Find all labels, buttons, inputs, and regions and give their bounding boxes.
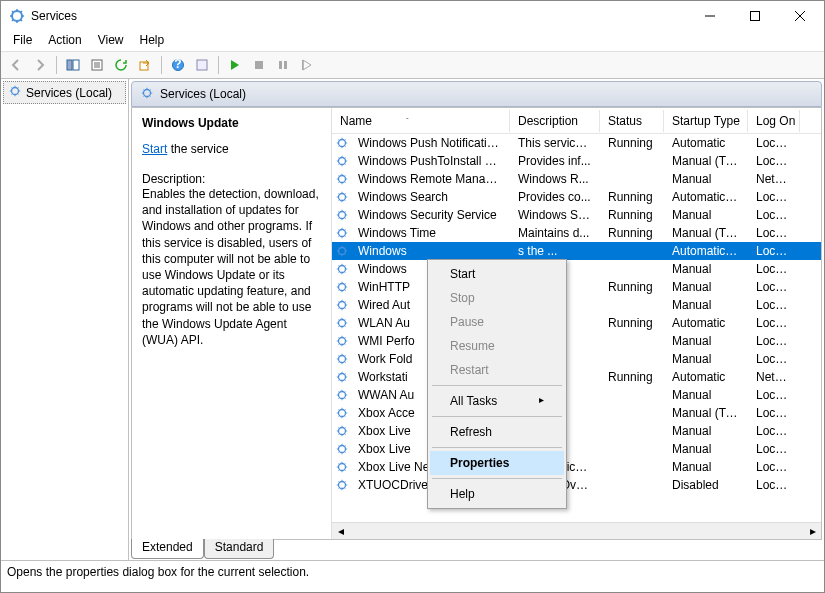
close-button[interactable] xyxy=(777,2,822,31)
start-service-link[interactable]: Start xyxy=(142,142,167,156)
help-button[interactable]: ? xyxy=(167,54,189,76)
cell-desc: Windows Se... xyxy=(510,208,600,222)
refresh-button[interactable] xyxy=(110,54,132,76)
service-row[interactable]: Windows SearchProvides co...RunningAutom… xyxy=(332,188,821,206)
cell-startup: Manual (Trig... xyxy=(664,406,748,420)
svg-point-22 xyxy=(339,266,346,273)
svg-point-25 xyxy=(339,320,346,327)
svg-point-31 xyxy=(339,428,346,435)
cell-name: Windows Security Service xyxy=(350,208,510,222)
menu-help[interactable]: Help xyxy=(132,31,173,51)
ctx-help[interactable]: Help xyxy=(430,482,564,506)
properties-button[interactable] xyxy=(86,54,108,76)
service-row[interactable]: Windows PushToInstall Serv...Provides in… xyxy=(332,152,821,170)
menu-action[interactable]: Action xyxy=(40,31,89,51)
column-description[interactable]: Description xyxy=(510,110,600,132)
svg-point-33 xyxy=(339,464,346,471)
svg-rect-12 xyxy=(302,60,304,70)
cell-status: Running xyxy=(600,190,664,204)
tab-standard[interactable]: Standard xyxy=(204,539,275,559)
service-row[interactable]: Xbox Accevice ...Manual (Trig...Local Sy xyxy=(332,404,821,422)
cell-startup: Disabled xyxy=(664,478,748,492)
cell-logon: Networ xyxy=(748,370,800,384)
cell-logon: Local Sy xyxy=(748,442,800,456)
cell-startup: Manual xyxy=(664,172,748,186)
ctx-properties[interactable]: Properties xyxy=(430,451,564,475)
cell-name: Windows Time xyxy=(350,226,510,240)
menu-file[interactable]: File xyxy=(5,31,40,51)
svg-point-14 xyxy=(144,89,151,96)
service-row[interactable]: Windowss the ...Automatic (T...Local Sy xyxy=(332,242,821,260)
service-row[interactable]: WLAN AuANS...RunningAutomaticLocal Sy xyxy=(332,314,821,332)
tab-extended[interactable]: Extended xyxy=(131,539,204,559)
service-row[interactable]: Xbox Livees au...ManualLocal Sy xyxy=(332,422,821,440)
cell-startup: Manual xyxy=(664,442,748,456)
gear-icon xyxy=(334,280,350,294)
service-row[interactable]: WWAN Auvice ...ManualLocal Sy xyxy=(332,386,821,404)
service-row[interactable]: Xbox Live Networking ServiceThis service… xyxy=(332,458,821,476)
cell-startup: Automatic xyxy=(664,370,748,384)
cell-status: Running xyxy=(600,370,664,384)
snap-in-button[interactable] xyxy=(191,54,213,76)
list-header: Nameˆ Description Status Startup Type Lo… xyxy=(332,108,821,134)
service-row[interactable]: WMI Perfoes pe...ManualLocal Sy xyxy=(332,332,821,350)
service-row[interactable]: Windows Push Notification...This service… xyxy=(332,134,821,152)
service-row[interactable]: Xbox Livevice ...ManualLocal Sy xyxy=(332,440,821,458)
service-row[interactable]: Windows TimeMaintains d...RunningManual … xyxy=(332,224,821,242)
cell-name: Windows Search xyxy=(350,190,510,204)
cell-startup: Manual xyxy=(664,334,748,348)
cell-startup: Automatic xyxy=(664,316,748,330)
column-startup[interactable]: Startup Type xyxy=(664,110,748,132)
ctx-stop: Stop xyxy=(430,286,564,310)
panel-header: Services (Local) xyxy=(131,81,822,107)
service-list: Nameˆ Description Status Startup Type Lo… xyxy=(332,108,821,539)
ctx-pause: Pause xyxy=(430,310,564,334)
cell-logon: Local Sy xyxy=(748,478,800,492)
scroll-right-icon[interactable]: ▸ xyxy=(804,523,821,540)
export-button[interactable] xyxy=(134,54,156,76)
cell-logon: Local Sy xyxy=(748,406,800,420)
svg-rect-11 xyxy=(284,61,287,69)
scroll-left-icon[interactable]: ◂ xyxy=(332,523,349,540)
cell-startup: Manual (Trig... xyxy=(664,154,748,168)
svg-point-32 xyxy=(339,446,346,453)
cell-logon: Local Se xyxy=(748,280,800,294)
maximize-button[interactable] xyxy=(732,2,777,31)
tree-node-label: Services (Local) xyxy=(26,86,112,100)
gear-icon xyxy=(334,442,350,456)
service-row[interactable]: Workstatis and...RunningAutomaticNetwor xyxy=(332,368,821,386)
service-row[interactable]: Windows Remote Manage...Windows R...Manu… xyxy=(332,170,821,188)
cell-logon: Local Sy xyxy=(748,154,800,168)
tree-node-services-local[interactable]: Services (Local) xyxy=(3,81,126,104)
service-row[interactable]: Windowss rem...ManualLocal Sy xyxy=(332,260,821,278)
gear-icon xyxy=(334,244,350,258)
cell-logon: Local Sy xyxy=(748,208,800,222)
service-row[interactable]: Wired Autred A...ManualLocal Sy xyxy=(332,296,821,314)
service-row[interactable]: Work Foldvice ...ManualLocal Se xyxy=(332,350,821,368)
cell-name: Windows Push Notification... xyxy=(350,136,510,150)
selected-service-name: Windows Update xyxy=(142,116,321,130)
horizontal-scrollbar[interactable]: ◂ ▸ xyxy=(332,522,821,539)
title-bar: Services xyxy=(1,1,824,31)
show-hide-tree-button[interactable] xyxy=(62,54,84,76)
service-row[interactable]: XTUOCDriverServiceIntel(R) Ove...Disable… xyxy=(332,476,821,494)
cell-startup: Manual xyxy=(664,352,748,366)
cell-desc: Windows R... xyxy=(510,172,600,186)
cell-startup: Automatic xyxy=(664,136,748,150)
service-row[interactable]: WinHTTPTP i...RunningManualLocal Se xyxy=(332,278,821,296)
ctx-start[interactable]: Start xyxy=(430,262,564,286)
cell-desc: Provides co... xyxy=(510,190,600,204)
start-service-button[interactable] xyxy=(224,54,246,76)
ctx-all-tasks[interactable]: All Tasks xyxy=(430,389,564,413)
menu-view[interactable]: View xyxy=(90,31,132,51)
ctx-refresh[interactable]: Refresh xyxy=(430,420,564,444)
svg-point-27 xyxy=(339,356,346,363)
column-name[interactable]: Nameˆ xyxy=(332,110,510,132)
tabs: Extended Standard xyxy=(131,540,822,560)
column-status[interactable]: Status xyxy=(600,110,664,132)
panel-header-label: Services (Local) xyxy=(160,87,246,101)
gear-icon xyxy=(8,84,22,101)
service-row[interactable]: Windows Security ServiceWindows Se...Run… xyxy=(332,206,821,224)
column-logon[interactable]: Log On xyxy=(748,110,800,132)
minimize-button[interactable] xyxy=(687,2,732,31)
